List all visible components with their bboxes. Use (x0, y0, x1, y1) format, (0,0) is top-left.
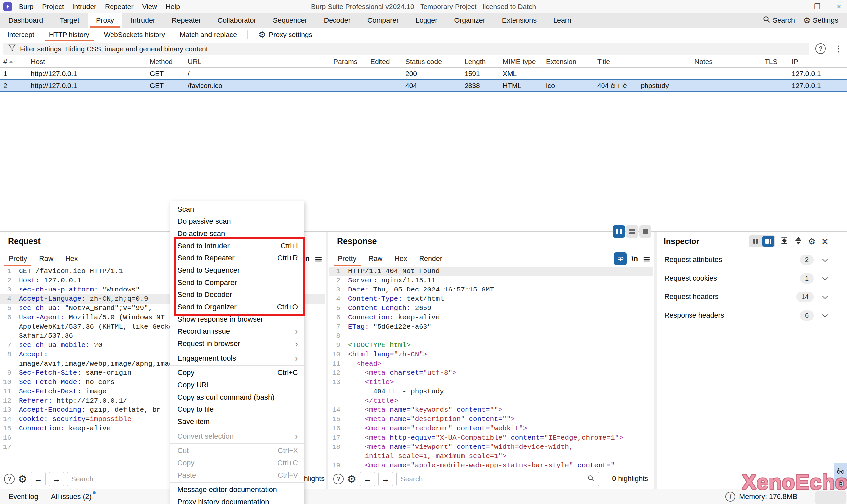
tab-intruder[interactable]: Intruder (122, 13, 163, 28)
menubar-burp[interactable]: Burp (15, 0, 38, 13)
chevron-down-icon[interactable] (822, 293, 828, 299)
show-newlines-icon[interactable]: \n (631, 254, 638, 263)
tab-organizer[interactable]: Organizer (446, 13, 493, 28)
column-header-tls[interactable]: TLS (761, 58, 789, 66)
gear-icon[interactable]: ⚙ (347, 473, 357, 484)
all-issues-button[interactable]: All issues (2) (51, 493, 92, 501)
response-search-input[interactable]: Search (396, 472, 599, 486)
close-icon[interactable]: × (834, 2, 844, 11)
expand-all-icon[interactable] (780, 236, 789, 246)
tab-sequencer[interactable]: Sequencer (265, 13, 316, 28)
column-header-mime-type[interactable]: MIME type (499, 58, 542, 66)
menubar-help[interactable]: Help (161, 0, 184, 13)
menubar-repeater[interactable]: Repeater (101, 0, 138, 13)
column-header-length[interactable]: Length (461, 58, 499, 66)
context-menu-item-do-passive-scan[interactable]: Do passive scan (170, 215, 304, 228)
chevron-down-icon[interactable] (822, 312, 828, 318)
next-match-button[interactable]: → (378, 472, 393, 486)
tab-collaborator[interactable]: Collaborator (209, 13, 264, 28)
tab-comparer[interactable]: Comparer (359, 13, 407, 28)
inspector-section-request-headers[interactable]: Request headers14 (657, 288, 834, 306)
column-header-notes[interactable]: Notes (691, 58, 761, 66)
close-icon[interactable]: × (821, 235, 829, 247)
tab-proxy[interactable]: Proxy (88, 13, 122, 28)
wrap-toggle-icon[interactable] (614, 252, 627, 265)
tab-render[interactable]: Render (413, 252, 448, 266)
inspector-section-response-headers[interactable]: Response headers6 (657, 306, 834, 325)
search-button[interactable]: Search (760, 16, 798, 25)
menubar-view[interactable]: View (138, 0, 161, 13)
tab-logger[interactable]: Logger (407, 13, 446, 28)
inspector-dock-right-icon[interactable] (762, 236, 774, 247)
prev-match-button[interactable]: ← (31, 472, 46, 486)
sub-tab-match-and-replace[interactable]: Match and replace (172, 28, 244, 41)
next-match-button[interactable]: → (49, 472, 64, 486)
tab-extensions[interactable]: Extensions (494, 13, 545, 28)
column-header-params[interactable]: Params (330, 58, 367, 66)
inspector-section-request-attributes[interactable]: Request attributes2 (657, 251, 834, 269)
tab-hex[interactable]: Hex (59, 252, 84, 266)
context-menu-item-copy[interactable]: CopyCtrl+C (170, 366, 304, 379)
tab-dashboard[interactable]: Dashboard (0, 13, 51, 28)
context-menu-item-request-in-browser[interactable]: Request in browser› (170, 338, 304, 350)
column-header-ip[interactable]: IP (789, 58, 847, 66)
event-log-button[interactable]: Event log (8, 493, 38, 501)
panel-divider[interactable] (654, 232, 657, 489)
column-header-[interactable]: # (0, 58, 28, 66)
table-row[interactable]: 1http://127.0.0.1GET/2001591XML127.0.0.1 (0, 68, 847, 79)
inspector-dock-left-icon[interactable] (750, 236, 762, 247)
context-menu-item-scan[interactable]: Scan (170, 203, 304, 215)
chevron-down-icon[interactable] (822, 256, 828, 262)
kebab-menu-icon[interactable]: ⋮ (834, 43, 843, 54)
sub-tab-http-history[interactable]: HTTP history (42, 28, 97, 41)
maximize-icon[interactable]: ❒ (813, 2, 822, 11)
column-header-url[interactable]: URL (184, 58, 330, 66)
sub-tab-intercept[interactable]: Intercept (0, 28, 42, 41)
chevron-down-icon[interactable] (822, 275, 828, 281)
sub-tab-websockets-history[interactable]: WebSockets history (97, 28, 172, 41)
layout-rows-button[interactable] (626, 226, 638, 238)
column-header-status-code[interactable]: Status code (402, 58, 461, 66)
panel-divider[interactable] (326, 232, 328, 489)
help-icon[interactable]: ? (333, 473, 344, 484)
tab-decoder[interactable]: Decoder (316, 13, 359, 28)
menubar-intruder[interactable]: Intruder (68, 0, 101, 13)
context-menu-item-save-item[interactable]: Save item (170, 415, 304, 428)
filter-settings-button[interactable]: Filter settings: Hiding CSS, image and g… (3, 43, 809, 55)
menubar-project[interactable]: Project (38, 0, 68, 13)
settings-button[interactable]: ⚙ Settings (800, 16, 841, 25)
editor-menu-icon[interactable]: ≡ (314, 253, 323, 265)
context-menu-item-copy-as-curl-command-bash[interactable]: Copy as curl command (bash) (170, 391, 304, 403)
inspector-section-request-cookies[interactable]: Request cookies1 (657, 269, 834, 288)
column-header-host[interactable]: Host (28, 58, 146, 66)
tab-learn[interactable]: Learn (545, 13, 580, 28)
context-menu-item-proxy-history-documentation[interactable]: Proxy history documentation (170, 496, 304, 504)
column-header-title[interactable]: Title (594, 58, 691, 66)
context-menu-item-copy-to-file[interactable]: Copy to file (170, 403, 304, 415)
help-icon[interactable]: ? (4, 473, 15, 484)
tab-repeater[interactable]: Repeater (163, 13, 209, 28)
column-header-method[interactable]: Method (146, 58, 184, 66)
gear-icon[interactable]: ⚙ (18, 473, 28, 484)
minimize-icon[interactable]: – (791, 2, 800, 11)
tab-raw[interactable]: Raw (362, 252, 388, 266)
layout-columns-button[interactable] (613, 226, 625, 238)
collapse-all-icon[interactable] (794, 236, 803, 246)
editor-menu-icon[interactable]: ≡ (642, 253, 651, 265)
table-row[interactable]: 2http://127.0.0.1GET/favicon.ico4042838H… (0, 79, 847, 92)
sub-tab-proxy-settings[interactable]: ⚙Proxy settings (251, 28, 319, 41)
context-menu-item-engagement-tools[interactable]: Engagement tools› (170, 352, 304, 364)
tab-pretty[interactable]: Pretty (3, 252, 33, 266)
help-icon[interactable]: ? (815, 43, 826, 54)
prev-match-button[interactable]: ← (360, 472, 375, 486)
tab-raw[interactable]: Raw (33, 252, 59, 266)
context-menu-item-message-editor-documentation[interactable]: Message editor documentation (170, 484, 304, 496)
layout-single-button[interactable] (639, 226, 652, 238)
context-menu-item-record-an-issue[interactable]: Record an issue› (170, 325, 304, 338)
column-header-extension[interactable]: Extension (542, 58, 594, 66)
gear-icon[interactable]: ⚙ (808, 237, 816, 246)
tab-pretty[interactable]: Pretty (332, 252, 362, 266)
tab-target[interactable]: Target (51, 13, 88, 28)
tab-hex[interactable]: Hex (388, 252, 413, 266)
column-header-edited[interactable]: Edited (367, 58, 402, 66)
